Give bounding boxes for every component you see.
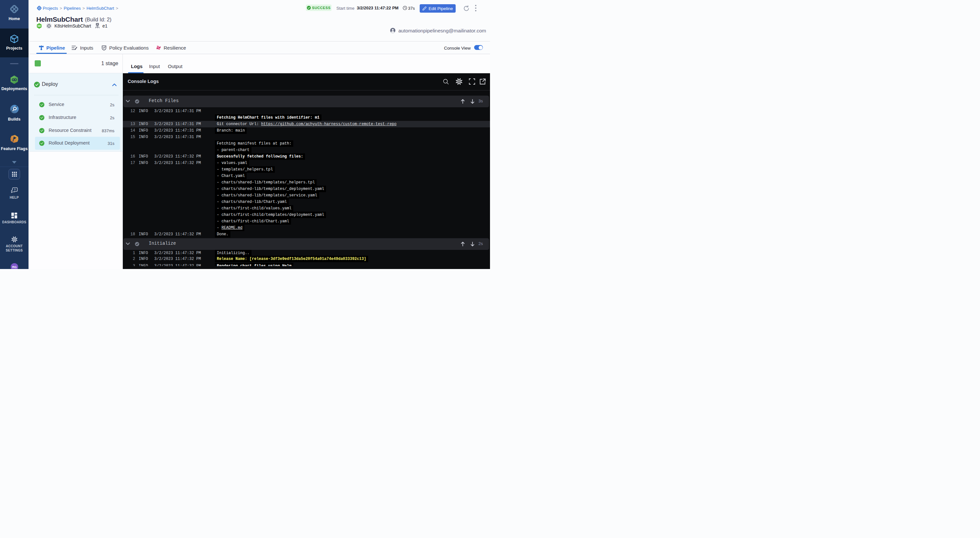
svg-text:?: ? (14, 188, 16, 191)
